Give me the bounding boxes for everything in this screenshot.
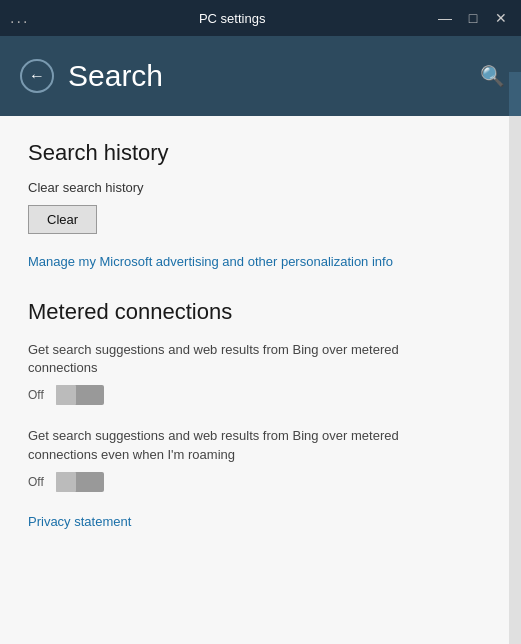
content-area: Search history Clear search history Clea… [0, 116, 521, 644]
restore-button[interactable]: □ [463, 10, 483, 26]
titlebar-title: PC settings [29, 11, 435, 26]
toggle2-description: Get search suggestions and web results f… [28, 427, 458, 463]
header: ← Search 🔍 [0, 36, 521, 116]
back-arrow-icon: ← [29, 68, 45, 84]
back-button[interactable]: ← [20, 59, 54, 93]
toggle1-description: Get search suggestions and web results f… [28, 341, 458, 377]
toggle-group-1: Get search suggestions and web results f… [28, 341, 493, 405]
search-history-title: Search history [28, 140, 493, 166]
toggle1-switch[interactable] [56, 385, 104, 405]
toggle2-switch[interactable] [56, 472, 104, 492]
metered-connections-title: Metered connections [28, 299, 493, 325]
page-title: Search [68, 59, 163, 93]
clear-label: Clear search history [28, 180, 493, 195]
toggle-group-2: Get search suggestions and web results f… [28, 427, 493, 491]
close-button[interactable]: ✕ [491, 10, 511, 26]
content-right-edge [509, 116, 521, 644]
toggle2-state-label: Off [28, 475, 44, 489]
privacy-statement-link[interactable]: Privacy statement [28, 514, 493, 529]
manage-link[interactable]: Manage my Microsoft advertising and othe… [28, 254, 493, 269]
search-icon[interactable]: 🔍 [480, 64, 505, 88]
minimize-button[interactable]: — [435, 10, 455, 26]
toggle1-state-label: Off [28, 388, 44, 402]
titlebar-menu-dots[interactable]: ... [10, 9, 29, 27]
titlebar-controls: — □ ✕ [435, 10, 511, 26]
clear-button[interactable]: Clear [28, 205, 97, 234]
toggle2-row: Off [28, 472, 493, 492]
titlebar: ... PC settings — □ ✕ [0, 0, 521, 36]
toggle1-row: Off [28, 385, 493, 405]
